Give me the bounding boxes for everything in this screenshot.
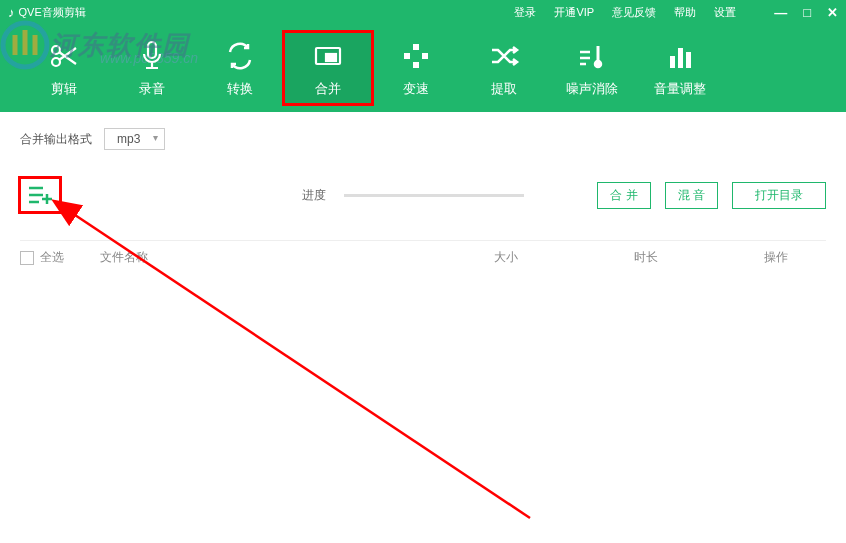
add-file-button[interactable] bbox=[20, 178, 60, 212]
convert-icon bbox=[222, 38, 258, 74]
feedback-link[interactable]: 意见反馈 bbox=[612, 5, 656, 20]
col-duration: 时长 bbox=[566, 249, 726, 266]
svg-rect-11 bbox=[670, 56, 675, 68]
app-title-text: QVE音频剪辑 bbox=[19, 5, 86, 20]
col-filename: 文件名称 bbox=[100, 249, 446, 266]
music-note-icon: ♪ bbox=[8, 5, 15, 20]
format-select[interactable]: mp3 bbox=[104, 128, 165, 150]
svg-rect-7 bbox=[413, 62, 419, 68]
nav-label: 剪辑 bbox=[51, 80, 77, 98]
action-row: 进度 合 并 混 音 打开目录 bbox=[20, 178, 826, 212]
format-label: 合并输出格式 bbox=[20, 131, 92, 148]
nav-label: 合并 bbox=[315, 80, 341, 98]
progress-bar bbox=[344, 194, 524, 197]
nav-merge[interactable]: 合并 bbox=[284, 32, 372, 104]
nav-label: 音量调整 bbox=[654, 80, 706, 98]
window-controls: — □ ✕ bbox=[774, 5, 838, 20]
col-operation: 操作 bbox=[726, 249, 826, 266]
select-all-checkbox[interactable] bbox=[20, 251, 34, 265]
nav-convert[interactable]: 转换 bbox=[196, 32, 284, 104]
minimize-button[interactable]: — bbox=[774, 5, 787, 20]
format-row: 合并输出格式 mp3 bbox=[20, 128, 826, 150]
close-button[interactable]: ✕ bbox=[827, 5, 838, 20]
nav-noise[interactable]: 噪声消除 bbox=[548, 32, 636, 104]
mix-button[interactable]: 混 音 bbox=[665, 182, 718, 209]
nav-speed[interactable]: 变速 bbox=[372, 32, 460, 104]
table-header: 全选 文件名称 大小 时长 操作 bbox=[20, 240, 826, 274]
watermark-logo-icon bbox=[0, 20, 50, 70]
merge-button[interactable]: 合 并 bbox=[597, 182, 650, 209]
svg-rect-5 bbox=[326, 54, 336, 61]
speed-icon bbox=[398, 38, 434, 74]
shuffle-icon bbox=[486, 38, 522, 74]
body-area: 合并输出格式 mp3 进度 合 并 混 音 打开目录 全选 文件名称 大小 时长… bbox=[0, 112, 846, 290]
nav-label: 变速 bbox=[403, 80, 429, 98]
top-links: 登录 开通VIP 意见反馈 帮助 设置 — □ ✕ bbox=[514, 5, 838, 20]
help-link[interactable]: 帮助 bbox=[674, 5, 696, 20]
noise-icon bbox=[574, 38, 610, 74]
select-all-label: 全选 bbox=[40, 249, 64, 266]
svg-rect-8 bbox=[404, 53, 410, 59]
watermark-text: 河东软件园 bbox=[50, 28, 190, 63]
svg-rect-13 bbox=[686, 52, 691, 68]
svg-point-10 bbox=[595, 61, 601, 67]
vip-link[interactable]: 开通VIP bbox=[554, 5, 594, 20]
add-list-icon bbox=[27, 184, 53, 206]
login-link[interactable]: 登录 bbox=[514, 5, 536, 20]
nav-volume[interactable]: 音量调整 bbox=[636, 32, 724, 104]
format-value: mp3 bbox=[117, 132, 140, 146]
settings-link[interactable]: 设置 bbox=[714, 5, 736, 20]
volume-icon bbox=[662, 38, 698, 74]
select-all-cell: 全选 bbox=[20, 249, 100, 266]
watermark: 河东软件园 bbox=[0, 20, 190, 70]
app-title: ♪ QVE音频剪辑 bbox=[8, 5, 86, 20]
nav-extract[interactable]: 提取 bbox=[460, 32, 548, 104]
svg-rect-9 bbox=[422, 53, 428, 59]
svg-rect-6 bbox=[413, 44, 419, 50]
svg-rect-12 bbox=[678, 48, 683, 68]
progress-label: 进度 bbox=[302, 187, 326, 204]
maximize-button[interactable]: □ bbox=[803, 5, 811, 20]
nav-label: 录音 bbox=[139, 80, 165, 98]
merge-icon bbox=[310, 38, 346, 74]
open-dir-button[interactable]: 打开目录 bbox=[732, 182, 826, 209]
nav-label: 噪声消除 bbox=[566, 80, 618, 98]
col-size: 大小 bbox=[446, 249, 566, 266]
nav-label: 提取 bbox=[491, 80, 517, 98]
button-group: 合 并 混 音 打开目录 bbox=[597, 182, 826, 209]
nav-label: 转换 bbox=[227, 80, 253, 98]
